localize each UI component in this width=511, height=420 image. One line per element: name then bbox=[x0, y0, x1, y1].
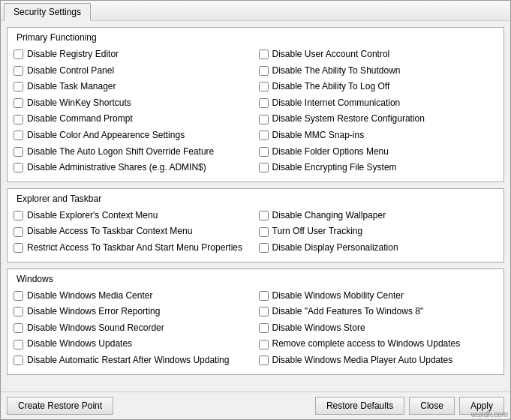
checkbox-item: Disable Command Prompt bbox=[14, 112, 253, 127]
checkbox-primary-left-1[interactable] bbox=[14, 66, 23, 76]
checkbox-label-primary-right-6: Disable Folder Options Menu bbox=[272, 146, 389, 158]
checkbox-label-primary-left-5: Disable Color And Appearence Settings bbox=[27, 130, 185, 142]
checkbox-primary-left-2[interactable] bbox=[14, 82, 23, 92]
checkbox-item: Disable Windows Media Center bbox=[14, 289, 253, 304]
checkbox-primary-right-5[interactable] bbox=[259, 130, 269, 140]
watermark: wsxdfi.com bbox=[471, 410, 508, 418]
checkbox-item: Disable "Add Features To Windows 8" bbox=[259, 304, 498, 320]
checkbox-primary-right-1[interactable] bbox=[259, 66, 269, 76]
checkbox-windows-right-0[interactable] bbox=[259, 291, 269, 301]
checkbox-windows-left-3[interactable] bbox=[14, 340, 23, 350]
checkbox-primary-right-2[interactable] bbox=[259, 82, 269, 92]
checkbox-item: Disable Access To Taskbar Context Menu bbox=[14, 224, 253, 239]
checkbox-primary-left-7[interactable] bbox=[14, 163, 23, 172]
checkbox-label-explorer-left-1: Disable Access To Taskbar Context Menu bbox=[27, 226, 192, 238]
checkbox-label-primary-left-4: Disable Command Prompt bbox=[27, 113, 133, 125]
checkbox-item: Disable Control Panel bbox=[14, 64, 253, 79]
checkbox-primary-right-3[interactable] bbox=[259, 98, 269, 108]
checkbox-label-primary-right-7: Disable Encrypting File System bbox=[272, 162, 397, 174]
checkbox-label-windows-left-2: Disable Windows Sound Recorder bbox=[27, 322, 164, 334]
checkbox-explorer-right-1[interactable] bbox=[259, 227, 269, 237]
checkbox-label-windows-right-3: Remove complete access to Windows Update… bbox=[272, 338, 461, 350]
checkbox-primary-right-7[interactable] bbox=[259, 163, 269, 172]
checkbox-label-primary-left-0: Disable Registry Editor bbox=[27, 49, 119, 61]
checkbox-item: Disable Windows Error Reporting bbox=[14, 304, 253, 320]
checkbox-item: Disable Windows Store bbox=[259, 321, 498, 336]
checkbox-label-explorer-right-2: Disable Display Personalization bbox=[272, 242, 398, 254]
checkbox-label-primary-right-2: Disable The Ability To Log Off bbox=[272, 81, 390, 93]
checkbox-primary-left-0[interactable] bbox=[14, 50, 23, 59]
checkbox-windows-right-1[interactable] bbox=[259, 307, 269, 316]
restore-defaults-button[interactable]: Restore Defaults bbox=[315, 397, 404, 415]
checkbox-windows-right-3[interactable] bbox=[259, 340, 269, 350]
checkbox-windows-left-1[interactable] bbox=[14, 307, 23, 316]
footer: Create Restore Point Restore Defaults Cl… bbox=[1, 392, 510, 419]
checkbox-primary-left-6[interactable] bbox=[14, 147, 23, 157]
title-bar: Security Settings bbox=[1, 1, 510, 21]
checkbox-item: Disable Registry Editor bbox=[14, 47, 253, 62]
checkbox-label-primary-left-6: Disable The Auto Logon Shift Override Fe… bbox=[27, 146, 214, 158]
checkbox-primary-left-3[interactable] bbox=[14, 98, 23, 108]
section-explorer: Explorer and TaskbarDisable Explorer's C… bbox=[7, 188, 504, 262]
checkbox-windows-right-4[interactable] bbox=[259, 356, 269, 365]
checkbox-label-explorer-left-2: Restrict Access To Taskbar And Start Men… bbox=[27, 242, 242, 254]
checkbox-item: Disable Administrative Shares (e.g. ADMI… bbox=[14, 160, 253, 176]
checkbox-windows-left-0[interactable] bbox=[14, 291, 23, 301]
checkbox-label-primary-right-4: Disable System Restore Configuration bbox=[272, 113, 425, 125]
checkbox-item: Disable MMC Snap-ins bbox=[259, 128, 498, 143]
checkbox-label-explorer-right-0: Disable Changing Wallpaper bbox=[272, 210, 386, 222]
checkbox-primary-right-4[interactable] bbox=[259, 115, 269, 124]
checkbox-label-primary-left-3: Disable WinKey Shortcuts bbox=[27, 98, 131, 110]
checkbox-item: Disable Folder Options Menu bbox=[259, 145, 498, 160]
checkbox-item: Disable Encrypting File System bbox=[259, 160, 498, 176]
close-button[interactable]: Close bbox=[409, 397, 455, 415]
checkbox-windows-right-2[interactable] bbox=[259, 323, 269, 333]
section-primary: Primary FunctioningDisable Registry Edit… bbox=[7, 27, 504, 182]
create-restore-point-button[interactable]: Create Restore Point bbox=[7, 397, 113, 415]
checkbox-item: Remove complete access to Windows Update… bbox=[259, 337, 498, 352]
section-title-explorer: Explorer and Taskbar bbox=[14, 192, 497, 206]
checkbox-item: Disable Windows Media Player Auto Update… bbox=[259, 353, 498, 368]
checkbox-item: Disable Changing Wallpaper bbox=[259, 208, 498, 224]
checkbox-explorer-right-2[interactable] bbox=[259, 243, 269, 253]
checkbox-label-primary-left-1: Disable Control Panel bbox=[27, 65, 114, 77]
checkbox-item: Disable Explorer's Context Menu bbox=[14, 208, 253, 224]
checkbox-item: Disable Windows Updates bbox=[14, 337, 253, 352]
checkbox-primary-left-5[interactable] bbox=[14, 130, 23, 140]
checkbox-item: Disable Display Personalization bbox=[259, 241, 498, 256]
checkbox-item: Disable Windows Sound Recorder bbox=[14, 321, 253, 336]
checkbox-item: Disable WinKey Shortcuts bbox=[14, 96, 253, 111]
checkbox-windows-left-4[interactable] bbox=[14, 356, 23, 365]
checkbox-item: Disable Windows Mobility Center bbox=[259, 289, 498, 304]
checkbox-label-windows-right-0: Disable Windows Mobility Center bbox=[272, 290, 404, 302]
checkbox-item: Disable The Ability To Log Off bbox=[259, 80, 498, 94]
checkbox-label-windows-left-1: Disable Windows Error Reporting bbox=[27, 306, 160, 318]
checkbox-item: Disable The Auto Logon Shift Override Fe… bbox=[14, 145, 253, 160]
checkbox-windows-left-2[interactable] bbox=[14, 323, 23, 333]
checkbox-label-primary-left-7: Disable Administrative Shares (e.g. ADMI… bbox=[27, 162, 206, 174]
checkbox-label-windows-left-3: Disable Windows Updates bbox=[27, 338, 132, 350]
checkbox-explorer-left-0[interactable] bbox=[14, 211, 23, 220]
checkbox-primary-right-0[interactable] bbox=[259, 50, 269, 59]
content-area: Primary FunctioningDisable Registry Edit… bbox=[1, 21, 510, 392]
checkbox-label-windows-left-4: Disable Automatic Restart After Windows … bbox=[27, 355, 229, 367]
checkbox-item: Disable The Ability To Shutdown bbox=[259, 64, 498, 79]
checkbox-primary-right-6[interactable] bbox=[259, 147, 269, 157]
checkbox-grid-primary: Disable Registry EditorDisable User Acco… bbox=[14, 47, 497, 176]
checkbox-item: Disable Internet Communication bbox=[259, 96, 498, 111]
checkbox-label-explorer-left-0: Disable Explorer's Context Menu bbox=[27, 210, 158, 222]
checkbox-explorer-left-1[interactable] bbox=[14, 227, 23, 237]
section-title-primary: Primary Functioning bbox=[14, 31, 497, 44]
security-settings-tab[interactable]: Security Settings bbox=[4, 3, 91, 21]
checkbox-item: Disable Task Manager bbox=[14, 80, 253, 94]
checkbox-label-primary-right-1: Disable The Ability To Shutdown bbox=[272, 65, 401, 77]
window: Security Settings Primary FunctioningDis… bbox=[0, 0, 511, 420]
checkbox-explorer-left-2[interactable] bbox=[14, 243, 23, 253]
section-title-windows: Windows bbox=[14, 272, 497, 286]
checkbox-explorer-right-0[interactable] bbox=[259, 211, 269, 220]
checkbox-item: Disable User Account Control bbox=[259, 47, 498, 62]
checkbox-primary-left-4[interactable] bbox=[14, 115, 23, 124]
section-windows: WindowsDisable Windows Media CenterDisab… bbox=[7, 268, 504, 375]
checkbox-item: Disable Automatic Restart After Windows … bbox=[14, 353, 253, 368]
checkbox-grid-windows: Disable Windows Media CenterDisable Wind… bbox=[14, 289, 497, 368]
